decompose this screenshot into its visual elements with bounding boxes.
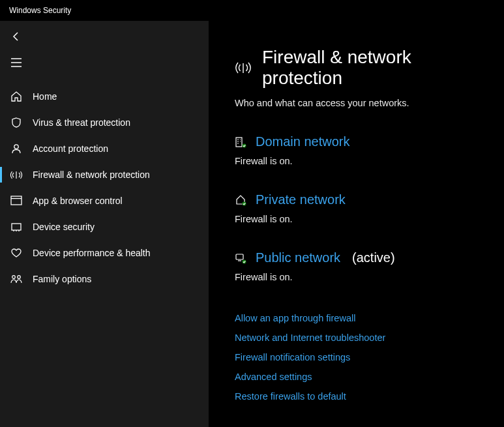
person-icon xyxy=(9,143,23,155)
network-transmit-icon xyxy=(235,59,252,76)
sidebar-item-label: Account protection xyxy=(33,143,108,154)
window-title: Windows Security xyxy=(9,6,71,15)
svg-rect-8 xyxy=(236,254,243,259)
hamburger-icon xyxy=(9,58,23,67)
domain-network-status: Firewall is on. xyxy=(235,156,491,166)
public-network-active-label: (active) xyxy=(352,250,395,265)
public-network-icon xyxy=(235,252,248,265)
svg-rect-5 xyxy=(236,138,242,147)
window-icon xyxy=(9,196,23,206)
sidebar-item-label: Virus & threat protection xyxy=(33,117,130,128)
private-network-link: Private network xyxy=(256,192,346,207)
svg-point-9 xyxy=(243,259,246,263)
sidebar-item-family[interactable]: Family options xyxy=(0,266,209,292)
sidebar-item-home[interactable]: Home xyxy=(0,83,209,110)
building-network-icon xyxy=(235,136,248,149)
sidebar-item-label: Home xyxy=(33,91,57,102)
main-content: Firewall & network protection Who and wh… xyxy=(209,21,504,427)
heart-icon xyxy=(9,248,23,258)
sidebar-item-virus[interactable]: Virus & threat protection xyxy=(0,110,209,136)
back-button[interactable] xyxy=(0,23,209,50)
page-title-row: Firewall & network protection xyxy=(235,47,491,89)
family-icon xyxy=(9,274,23,284)
public-network-section[interactable]: Public network (active) Firewall is on. xyxy=(235,250,491,282)
private-network-section[interactable]: Private network Firewall is on. xyxy=(235,192,491,224)
back-arrow-icon xyxy=(9,31,23,42)
svg-point-4 xyxy=(18,276,21,279)
sidebar-item-appbrowser[interactable]: App & browser control xyxy=(0,188,209,214)
sidebar-item-label: App & browser control xyxy=(33,196,123,206)
sidebar-item-label: Family options xyxy=(33,274,91,284)
settings-links: Allow an app through firewall Network an… xyxy=(235,308,491,406)
public-network-status: Firewall is on. xyxy=(235,272,491,282)
public-network-link: Public network xyxy=(256,250,340,265)
domain-network-section[interactable]: Domain network Firewall is on. xyxy=(235,134,491,166)
advanced-settings-link[interactable]: Advanced settings xyxy=(235,367,491,387)
page-subtitle: Who and what can access your networks. xyxy=(235,98,491,108)
restore-defaults-link[interactable]: Restore firewalls to default xyxy=(235,387,491,406)
home-icon xyxy=(9,91,23,102)
sidebar-item-label: Device performance & health xyxy=(33,248,151,258)
sidebar-item-health[interactable]: Device performance & health xyxy=(0,240,209,266)
home-network-icon xyxy=(235,194,248,207)
troubleshooter-link[interactable]: Network and Internet troubleshooter xyxy=(235,328,491,347)
shield-icon xyxy=(9,117,23,128)
allow-app-link[interactable]: Allow an app through firewall xyxy=(235,308,491,328)
sidebar-item-account[interactable]: Account protection xyxy=(0,136,209,162)
sidebar-item-firewall[interactable]: Firewall & network protection xyxy=(0,162,209,188)
network-transmit-icon xyxy=(9,169,23,181)
private-network-status: Firewall is on. xyxy=(235,214,491,224)
svg-rect-1 xyxy=(11,196,22,205)
hamburger-button[interactable] xyxy=(0,50,209,76)
notification-settings-link[interactable]: Firewall notification settings xyxy=(235,347,491,367)
sidebar-item-label: Firewall & network protection xyxy=(33,169,150,180)
svg-rect-2 xyxy=(12,224,21,230)
chip-icon xyxy=(9,222,23,232)
domain-network-link: Domain network xyxy=(256,134,350,149)
svg-point-6 xyxy=(243,143,246,147)
sidebar: Home Virus & threat protection Account p… xyxy=(0,21,209,427)
svg-point-0 xyxy=(14,145,18,149)
sidebar-item-label: Device security xyxy=(33,222,95,232)
svg-point-3 xyxy=(12,276,16,279)
sidebar-item-devicesec[interactable]: Device security xyxy=(0,214,209,240)
page-title: Firewall & network protection xyxy=(262,47,491,89)
title-bar: Windows Security xyxy=(0,0,504,21)
svg-point-7 xyxy=(243,201,246,205)
